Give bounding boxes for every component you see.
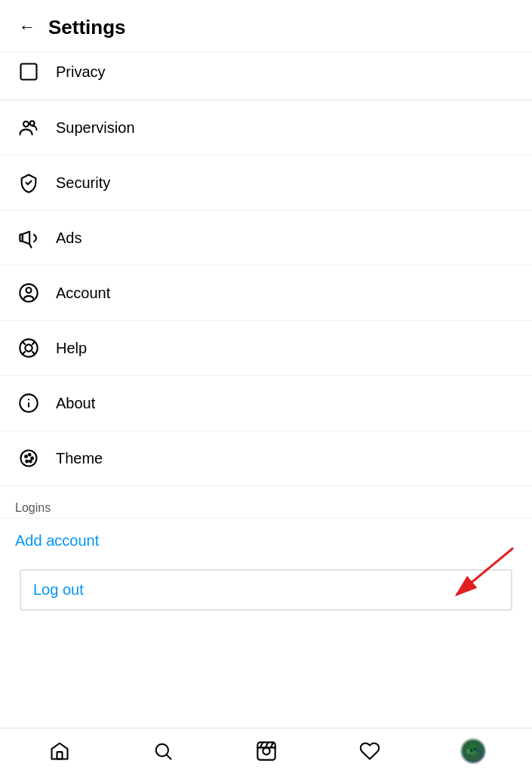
svg-point-20 — [26, 460, 28, 463]
home-icon — [49, 741, 70, 762]
svg-point-2 — [30, 121, 35, 125]
settings-menu: Privacy Supervision Security — [0, 52, 532, 731]
theme-icon — [15, 445, 42, 472]
menu-item-about[interactable]: About — [0, 376, 532, 430]
privacy-icon — [15, 58, 42, 85]
svg-line-10 — [23, 352, 25, 354]
svg-rect-23 — [57, 752, 62, 759]
help-icon — [15, 334, 42, 362]
svg-point-37 — [469, 749, 472, 751]
svg-point-17 — [29, 454, 31, 456]
logins-section-header: Logins — [0, 486, 532, 518]
supervision-label: Supervision — [56, 119, 135, 137]
security-icon — [15, 169, 42, 196]
logins-label: Logins — [15, 501, 517, 515]
log-out-label: Log out — [33, 581, 84, 598]
back-button[interactable]: ← — [12, 12, 42, 42]
svg-line-25 — [167, 755, 171, 759]
svg-point-15 — [21, 451, 37, 467]
search-icon — [152, 741, 174, 762]
svg-rect-0 — [21, 64, 37, 80]
menu-item-log-out-container: Log out — [0, 563, 532, 629]
menu-item-add-account[interactable]: Add account — [0, 519, 532, 563]
svg-point-5 — [26, 288, 32, 293]
svg-point-38 — [474, 748, 475, 750]
avatar-image — [463, 741, 484, 762]
svg-point-27 — [263, 747, 269, 754]
menu-item-help[interactable]: Help — [0, 321, 532, 375]
about-icon — [15, 390, 42, 417]
svg-line-8 — [23, 342, 25, 344]
menu-item-security[interactable]: Security — [0, 156, 532, 210]
svg-line-9 — [32, 352, 35, 354]
heart-nav-button[interactable] — [351, 732, 389, 770]
bottom-nav — [0, 728, 532, 773]
help-label: Help — [56, 340, 87, 357]
ads-label: Ads — [56, 229, 81, 247]
svg-rect-3 — [20, 234, 23, 241]
search-nav-button[interactable] — [144, 732, 182, 770]
security-label: Security — [56, 174, 110, 192]
theme-label: Theme — [56, 450, 103, 467]
about-label: About — [56, 395, 95, 412]
svg-line-11 — [32, 342, 35, 344]
reels-icon — [256, 741, 277, 762]
avatar — [460, 738, 486, 764]
account-label: Account — [56, 285, 110, 302]
menu-item-log-out[interactable]: Log out — [20, 569, 512, 611]
menu-item-supervision[interactable]: Supervision — [0, 100, 532, 155]
reels-nav-button[interactable] — [248, 732, 285, 770]
svg-point-7 — [25, 344, 32, 351]
privacy-label: Privacy — [56, 63, 106, 81]
heart-icon — [359, 741, 380, 762]
settings-header: ← Settings — [0, 0, 532, 52]
menu-item-account[interactable]: Account — [0, 266, 532, 320]
page-title: Settings — [48, 16, 126, 39]
svg-point-1 — [23, 122, 29, 127]
profile-nav-button[interactable] — [454, 732, 492, 770]
svg-point-18 — [31, 457, 33, 460]
account-icon — [15, 279, 42, 306]
menu-item-theme[interactable]: Theme — [0, 431, 532, 485]
ads-icon — [15, 224, 42, 251]
menu-item-ads[interactable]: Ads — [0, 211, 532, 265]
svg-point-19 — [29, 460, 32, 463]
svg-point-16 — [25, 455, 27, 457]
menu-item-privacy[interactable]: Privacy — [0, 52, 532, 100]
supervision-icon — [15, 114, 42, 141]
home-nav-button[interactable] — [41, 732, 78, 770]
back-arrow-icon: ← — [19, 17, 35, 37]
add-account-label: Add account — [15, 532, 99, 550]
